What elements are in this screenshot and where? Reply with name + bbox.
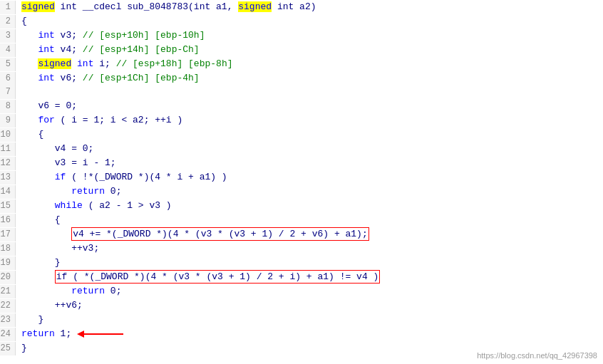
code-text	[21, 73, 38, 83]
code-text: v4 = 0;	[21, 143, 93, 154]
code-text: int __cdecl sub_8048783(int a1,	[55, 1, 238, 12]
line-number: 20	[0, 271, 16, 284]
line-content: return 1;	[16, 327, 127, 340]
line-content: if ( *(_DWORD *)(4 * (v3 * (v3 + 1) / 2 …	[16, 270, 380, 284]
line-number: 11	[0, 142, 16, 156]
keyword: for	[38, 115, 54, 125]
line-number: 13	[0, 171, 16, 184]
table-row: 20 if ( *(_DWORD *)(4 * (v3 * (v3 + 1) /…	[0, 270, 603, 284]
keyword-highlight: signed	[21, 1, 55, 12]
table-row: 7	[0, 85, 603, 99]
line-content: v3 = i - 1;	[16, 156, 116, 170]
line-content: return 0;	[16, 184, 121, 198]
line-content: int v6; // [esp+1Ch] [ebp-4h]	[16, 71, 200, 85]
keyword: int	[38, 30, 54, 41]
line-content: for ( i = 1; i < a2; ++i )	[16, 113, 182, 127]
table-row: 6 int v6; // [esp+1Ch] [ebp-4h]	[0, 71, 603, 85]
line-content: ++v3;	[16, 241, 99, 255]
keyword: while	[55, 200, 83, 211]
table-row: 16 {	[0, 213, 603, 227]
code-text: ( a2 - 1 > v3 )	[83, 200, 172, 211]
line-content: while ( a2 - 1 > v3 )	[16, 199, 172, 212]
code-text: ++v6;	[21, 300, 83, 311]
line-number: 9	[0, 114, 16, 128]
line-number: 5	[0, 58, 16, 71]
line-number: 17	[0, 228, 16, 241]
line-content: }	[16, 256, 61, 269]
code-block: 1signed int __cdecl sub_8048783(int a1, …	[0, 0, 603, 355]
watermark: https://blog.csdn.net/qq_42967398	[477, 351, 597, 360]
table-row: 23 }	[0, 313, 603, 327]
keyword: return	[21, 328, 55, 339]
line-number: 7	[0, 85, 16, 99]
table-row: 13 if ( !*(_DWORD *)(4 * i + a1) )	[0, 170, 603, 184]
line-content: }	[16, 313, 43, 326]
line-number: 21	[0, 285, 16, 298]
code-text	[21, 58, 38, 69]
keyword: return	[71, 286, 105, 296]
code-text: v4;	[55, 44, 83, 55]
table-row: 8 v6 = 0;	[0, 99, 603, 113]
code-text: ( i = 1; i < a2; ++i )	[55, 115, 182, 125]
table-row: 5 signed int i; // [esp+18h] [ebp-8h]	[0, 57, 603, 71]
line-content: {	[16, 213, 61, 227]
line-number: 15	[0, 199, 16, 213]
line-number: 23	[0, 313, 16, 327]
line-number: 4	[0, 43, 16, 57]
code-text: v6 = 0;	[21, 100, 77, 111]
table-row: 10 {	[0, 128, 603, 142]
line-number: 6	[0, 72, 16, 85]
keyword: int	[38, 73, 54, 83]
code-text: 1;	[55, 328, 71, 339]
keyword: int	[38, 44, 54, 55]
keyword-highlight: signed	[238, 1, 272, 12]
highlighted-code: if ( *(_DWORD *)(4 * (v3 * (v3 + 1) / 2 …	[55, 270, 380, 284]
keyword-highlight: signed	[38, 58, 71, 69]
code-text	[21, 229, 71, 239]
arrow-icon	[77, 328, 127, 340]
line-content: if ( !*(_DWORD *)(4 * i + a1) )	[16, 170, 227, 184]
code-text	[21, 172, 55, 182]
line-number: 10	[0, 128, 16, 142]
code-text: 0;	[105, 186, 121, 197]
line-number: 22	[0, 299, 16, 313]
line-number: 1	[0, 1, 16, 14]
table-row: 21 return 0;	[0, 284, 603, 298]
line-number: 18	[0, 242, 16, 256]
line-content: v4 = 0;	[16, 142, 93, 155]
comment: // [esp+18h] [ebp-8h]	[116, 58, 233, 69]
table-row: 11 v4 = 0;	[0, 142, 603, 156]
line-number: 24	[0, 328, 16, 341]
keyword: return	[71, 186, 105, 197]
code-text: }	[21, 314, 43, 325]
keyword: if	[55, 172, 66, 182]
table-row: 24return 1;	[0, 327, 603, 341]
line-content: int v3; // [esp+10h] [ebp-10h]	[16, 28, 205, 42]
code-text: ( !*(_DWORD *)(4 * i + a1) )	[66, 172, 227, 182]
comment: // [esp+1Ch] [ebp-4h]	[83, 73, 200, 83]
table-row: 4 int v4; // [esp+14h] [ebp-Ch]	[0, 43, 603, 57]
svg-marker-1	[77, 331, 84, 338]
code-text	[21, 186, 71, 197]
code-text: ++v3;	[21, 243, 99, 254]
line-number: 12	[0, 157, 16, 170]
line-number: 14	[0, 185, 16, 199]
line-content: ++v6;	[16, 298, 83, 312]
code-text: i;	[93, 58, 115, 69]
line-number: 8	[0, 100, 16, 113]
code-text: int a2)	[272, 1, 316, 12]
code-text: {	[21, 214, 61, 225]
line-number: 2	[0, 15, 16, 28]
code-text	[71, 58, 77, 69]
line-number: 25	[0, 342, 16, 355]
table-row: 12 v3 = i - 1;	[0, 156, 603, 170]
code-text: {	[21, 16, 27, 26]
line-number: 16	[0, 214, 16, 227]
line-number: 3	[0, 29, 16, 43]
code-text	[21, 115, 38, 125]
code-text	[21, 200, 55, 211]
table-row: 2{	[0, 14, 603, 28]
code-text: v6;	[55, 73, 83, 83]
line-content: v6 = 0;	[16, 99, 77, 113]
table-row: 17 v4 += *(_DWORD *)(4 * (v3 * (v3 + 1) …	[0, 227, 603, 241]
